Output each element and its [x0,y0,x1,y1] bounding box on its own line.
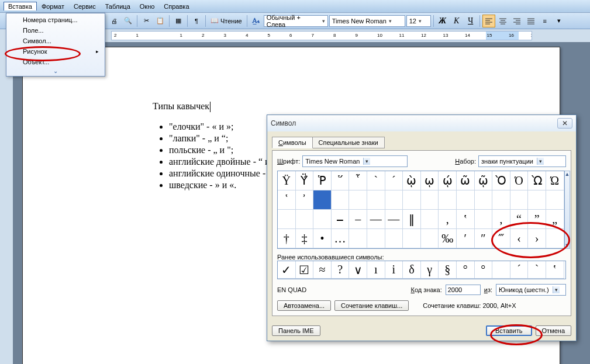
recent-char-cell[interactable]: § [439,261,457,279]
char-cell[interactable] [546,229,564,248]
menu-service[interactable]: Сервис [69,2,101,11]
char-cell[interactable]: † [278,229,296,248]
char-cell[interactable] [349,190,367,210]
char-cell[interactable] [475,210,493,229]
char-cell[interactable] [457,190,475,210]
char-cell[interactable]: ῴ [439,171,457,190]
char-cell[interactable]: Ὸ [492,171,510,190]
char-cell[interactable]: Ὼ [528,171,546,190]
style-combo[interactable]: Обычный + Слева [264,15,328,27]
recent-char-cell[interactable]: ı [367,261,385,279]
char-cell[interactable] [439,190,457,210]
char-cell[interactable]: — [367,210,385,229]
char-cell[interactable] [367,190,385,210]
menu-window[interactable]: Окно [135,2,160,11]
reading-mode-button[interactable]: 📖 Чтение [208,17,244,25]
recent-char-cell[interactable]: ° [457,261,475,279]
recent-char-cell[interactable]: ≈ [313,261,332,279]
char-cell[interactable]: ` [367,171,385,190]
font-select[interactable]: Times New Roman [302,155,408,167]
char-cell[interactable]: ῷ [475,171,493,190]
char-cell[interactable]: ῾ [278,190,296,210]
char-cell[interactable]: ‒ [332,210,350,229]
tab-special-chars[interactable]: Специальные знаки [312,137,385,148]
scroll-down-icon[interactable]: ▼ [565,242,570,248]
menu-format[interactable]: Формат [37,2,69,11]
char-cell[interactable]: ‚ [439,210,457,229]
char-cell[interactable]: … [332,229,350,248]
char-cell[interactable] [510,190,529,210]
char-cell[interactable] [475,190,493,210]
copy-icon[interactable]: 📋 [154,15,167,27]
char-cell[interactable]: ‴ [492,229,510,248]
tab-symbols[interactable]: Символы [272,137,313,148]
char-cell[interactable] [385,190,403,210]
char-cell[interactable] [421,229,439,248]
char-cell[interactable] [313,190,332,210]
char-cell[interactable] [403,190,421,210]
menu-insert[interactable]: Вставка [4,2,37,11]
char-cell[interactable]: Ῥ [313,171,332,190]
cancel-button[interactable]: Отмена [536,325,571,336]
cut-icon[interactable]: ✂ [140,15,153,27]
char-cell[interactable]: ῳ [421,171,439,190]
dialog-titlebar[interactable]: Символ ✕ [267,115,576,131]
horizontal-ruler[interactable]: 211234567891011121314151617 [111,31,532,40]
style-icon[interactable]: A̲₄ [250,15,263,27]
char-cell[interactable]: „ [546,210,564,229]
ime-panel-button[interactable]: Панель IME [272,325,320,336]
char-cell[interactable] [546,190,564,210]
print-icon[interactable]: 🖨 [108,15,120,27]
char-cell[interactable]: ‰ [439,229,457,248]
char-cell[interactable]: ″ [475,229,493,248]
encoding-select[interactable]: Юникод (шестн.) [496,284,566,296]
char-code-input[interactable] [446,285,481,295]
char-cell[interactable]: ′ [457,229,475,248]
char-cell[interactable]: ᾿ [296,190,314,210]
char-cell[interactable]: ‚ [492,210,510,229]
recent-char-cell[interactable]: ? [332,261,350,279]
recent-char-cell[interactable]: ☑ [296,261,314,279]
recent-char-cell[interactable]: ° [475,261,493,279]
subset-select[interactable]: знаки пунктуации [478,155,566,167]
shortcut-key-button[interactable]: Сочетание клавиш... [334,300,409,311]
char-cell[interactable] [385,229,403,248]
char-cell[interactable]: Ϋ [278,171,296,190]
table-icon[interactable]: ▦ [172,15,185,27]
char-cell[interactable]: ‡ [296,229,314,248]
align-left-button[interactable] [482,15,495,27]
char-cell[interactable] [313,210,332,229]
char-cell[interactable]: ― [385,210,403,229]
align-justify-button[interactable] [525,15,537,27]
menu-help[interactable]: Справка [159,2,194,11]
char-cell[interactable]: ῟ [349,171,367,190]
char-cell[interactable]: ‛ [457,210,475,229]
char-cell[interactable]: “ [510,210,529,229]
recent-symbols-grid[interactable]: ✓☑≈?∨ıiδγ§°°´`‛ [277,261,566,279]
menu-table[interactable]: Таблица [101,2,135,11]
char-cell[interactable]: ῲ [403,171,421,190]
insert-button[interactable]: Вставить [486,325,532,336]
underline-button[interactable]: Ч [464,15,477,27]
character-grid[interactable]: ΫΫ́Ῥ῞῟`´ῲῳῴῶῷῸΌῺΏ῾᾿‒–—―‖‚‛‚“”„†‡•…‰′″‴‹› [277,171,565,249]
char-cell[interactable]: ‖ [403,210,421,229]
menu-expand-icon[interactable]: ⌄ [8,67,103,75]
char-cell[interactable]: ” [528,210,546,229]
align-right-button[interactable] [510,15,523,27]
char-cell[interactable]: › [528,229,546,248]
menu-page-numbers[interactable]: Номера страниц... [8,15,103,25]
bold-button[interactable]: Ж [436,15,449,27]
close-icon[interactable]: ✕ [557,118,572,129]
autocorrect-button[interactable]: Автозамена... [277,300,331,311]
recent-char-cell[interactable]: δ [403,261,421,279]
italic-button[interactable]: К [450,15,463,27]
recent-char-cell[interactable]: ´ [510,261,529,279]
char-cell[interactable] [528,190,546,210]
char-cell[interactable]: ῞ [332,171,350,190]
char-cell[interactable]: ῶ [457,171,475,190]
char-cell[interactable]: Ώ [546,171,564,190]
menu-picture[interactable]: Рисунок▸ [8,46,103,57]
char-cell[interactable] [421,190,439,210]
menu-object[interactable]: Объект... [8,57,103,67]
recent-char-cell[interactable]: γ [421,261,439,279]
